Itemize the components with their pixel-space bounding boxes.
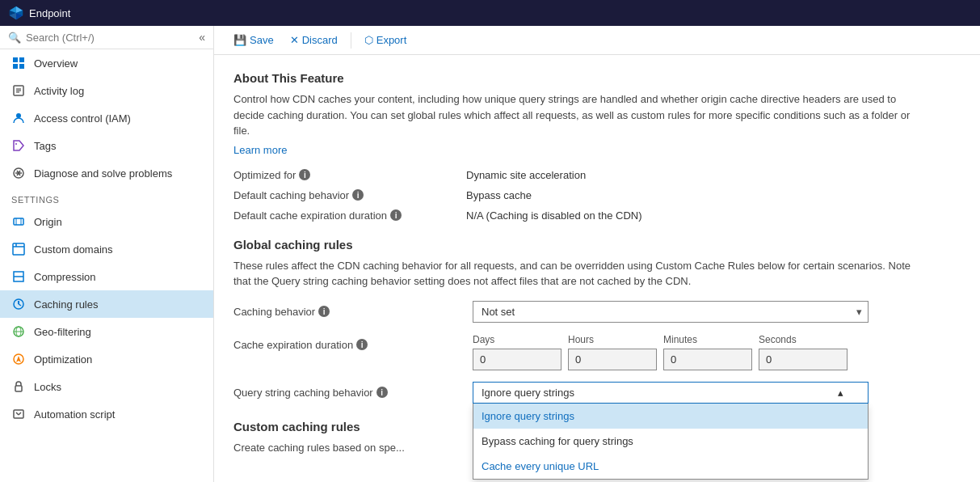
query-string-selected-value: Ignore query strings	[482, 387, 574, 399]
seconds-input[interactable]	[759, 349, 848, 370]
chevron-up-icon: ▴	[838, 387, 843, 399]
default-caching-value: Bypass cache	[466, 189, 532, 201]
sidebar-item-label: Compression	[34, 271, 96, 283]
discard-icon: ✕	[290, 34, 299, 46]
default-caching-row: Default caching behavior i Bypass cache	[233, 189, 961, 201]
global-rules-desc: These rules affect the CDN caching behav…	[233, 258, 928, 290]
sidebar-item-diagnose[interactable]: Diagnose and solve problems	[0, 159, 213, 187]
days-label: Days	[473, 334, 562, 345]
sidebar-item-label: Activity log	[34, 85, 84, 97]
default-expiry-label: Default cache expiration duration i	[233, 209, 460, 222]
origin-icon	[11, 214, 26, 229]
query-string-option-ignore[interactable]: Ignore query strings	[473, 404, 868, 429]
svg-point-15	[16, 113, 21, 118]
sidebar-item-origin[interactable]: Origin	[0, 208, 213, 235]
hours-label: Hours	[568, 334, 657, 345]
content-area: About This Feature Control how CDN cache…	[214, 55, 980, 482]
learn-more-link[interactable]: Learn more	[233, 144, 287, 156]
svg-rect-7	[13, 57, 18, 62]
svg-marker-36	[16, 356, 21, 362]
sidebar-item-label: Geo-filtering	[34, 326, 91, 338]
sidebar-item-label: Overview	[34, 57, 78, 70]
diagnose-icon	[11, 166, 26, 180]
settings-section-label: SETTINGS	[0, 187, 213, 208]
about-section: About This Feature Control how CDN cache…	[233, 71, 961, 156]
info-icon-4: i	[318, 306, 330, 317]
caching-behavior-label: Caching behavior i	[233, 301, 460, 318]
info-icon-3: i	[390, 209, 402, 221]
svg-rect-9	[13, 64, 18, 69]
sidebar-item-label: Tags	[34, 140, 56, 152]
query-string-option-bypass[interactable]: Bypass caching for query strings	[473, 429, 868, 454]
query-string-dropdown-list: Ignore query strings Bypass caching for …	[473, 404, 869, 480]
toolbar-separator	[351, 32, 351, 49]
app-logo: Endpoint	[8, 5, 70, 21]
cache-expiry-row: Cache expiration duration i Days Hours	[233, 334, 961, 370]
info-icon-5: i	[356, 339, 368, 350]
sidebar-item-label: Automation script	[34, 408, 115, 421]
locks-icon	[11, 379, 26, 394]
sidebar-item-locks[interactable]: Locks	[0, 373, 213, 400]
sidebar-item-iam[interactable]: Access control (IAM)	[0, 104, 213, 132]
sidebar-item-overview[interactable]: Overview	[0, 49, 213, 77]
caching-behavior-dropdown-wrapper[interactable]: Not set ▾	[473, 301, 869, 323]
sidebar-item-automation-script[interactable]: Automation script	[0, 400, 213, 428]
caching-behavior-row: Caching behavior i Not set ▾	[233, 301, 961, 323]
app-title: Endpoint	[29, 7, 70, 19]
hours-field: Hours	[568, 334, 657, 370]
save-icon: 💾	[233, 34, 246, 46]
discard-button[interactable]: ✕ Discard	[284, 31, 344, 49]
caching-rules-icon	[11, 297, 26, 311]
info-icon-1: i	[299, 169, 310, 180]
search-icon: 🔍	[8, 32, 21, 44]
optimization-icon	[11, 352, 26, 366]
search-input[interactable]	[26, 32, 194, 44]
tags-icon	[11, 138, 26, 153]
minutes-field: Minutes	[663, 334, 752, 370]
default-expiry-row: Default cache expiration duration i N/A …	[233, 209, 961, 222]
svg-line-40	[19, 412, 21, 415]
sidebar-search-bar[interactable]: 🔍 «	[0, 26, 213, 49]
geo-filtering-icon	[11, 324, 26, 339]
svg-rect-24	[13, 243, 24, 255]
query-string-dropdown[interactable]: Ignore query strings ▴ Ignore query stri…	[473, 382, 869, 404]
optimized-for-value: Dynamic site acceleration	[466, 169, 586, 181]
sidebar-item-activity-log[interactable]: Activity log	[0, 77, 213, 104]
cache-expiry-label: Cache expiration duration i	[233, 334, 460, 351]
about-title: About This Feature	[233, 71, 961, 85]
sidebar-item-optimization[interactable]: Optimization	[0, 345, 213, 373]
collapse-button[interactable]: «	[199, 31, 205, 44]
sidebar-nav: Overview Activity log Access control (IA…	[0, 49, 213, 482]
query-string-label: Query string caching behavior i	[233, 382, 460, 399]
activity-log-icon	[11, 83, 26, 98]
query-string-row: Query string caching behavior i Ignore q…	[233, 382, 961, 404]
svg-line-31	[19, 304, 21, 306]
days-input[interactable]	[473, 349, 562, 370]
save-button[interactable]: 💾 Save	[227, 31, 280, 49]
sidebar-item-label: Access control (IAM)	[34, 112, 131, 125]
compression-icon	[11, 269, 26, 284]
sidebar-item-caching-rules[interactable]: Caching rules	[0, 290, 213, 318]
seconds-field: Seconds	[759, 334, 848, 370]
svg-rect-8	[19, 57, 24, 62]
caching-behavior-select[interactable]: Not set	[473, 301, 869, 323]
export-button[interactable]: ⬡ Export	[358, 31, 414, 49]
sidebar-item-tags[interactable]: Tags	[0, 132, 213, 159]
sidebar-item-geo-filtering[interactable]: Geo-filtering	[0, 318, 213, 345]
minutes-input[interactable]	[663, 349, 752, 370]
query-string-option-unique[interactable]: Cache every unique URL	[473, 454, 868, 479]
global-rules-title: Global caching rules	[233, 238, 961, 252]
hours-input[interactable]	[568, 349, 657, 370]
custom-domains-icon	[11, 242, 26, 256]
automation-icon	[11, 407, 26, 421]
query-string-dropdown-header[interactable]: Ignore query strings ▴	[473, 382, 869, 404]
seconds-label: Seconds	[759, 334, 848, 345]
sidebar-item-label: Locks	[34, 381, 61, 393]
sidebar-item-compression[interactable]: Compression	[0, 263, 213, 290]
info-grid: Optimized for i Dynamic site acceleratio…	[233, 169, 961, 222]
main-content: 💾 Save ✕ Discard ⬡ Export About This Fea…	[214, 26, 980, 482]
sidebar-item-custom-domains[interactable]: Custom domains	[0, 235, 213, 263]
sidebar-item-label: Custom domains	[34, 243, 113, 256]
global-rules-section: Global caching rules These rules affect …	[233, 238, 961, 404]
optimized-for-row: Optimized for i Dynamic site acceleratio…	[233, 169, 961, 181]
